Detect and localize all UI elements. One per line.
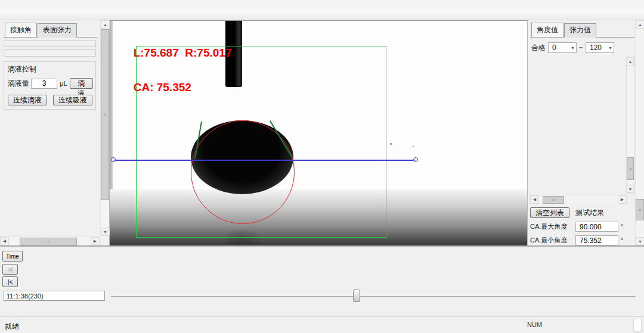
chevron-down-icon: ▼ — [608, 46, 612, 50]
left-panel-tabs: 接触角 表面张力 — [5, 23, 97, 37]
qualified-label: 合格 — [531, 43, 546, 53]
degree-unit: ° — [621, 223, 623, 230]
material-info-group — [4, 49, 96, 57]
drop-volume-label: 滴液量 — [8, 79, 31, 89]
left-vscroll-thumb[interactable]: ≡ — [101, 29, 109, 200]
max-angle-combo[interactable]: 120 ▼ — [586, 42, 614, 53]
table-scroll-down-icon[interactable]: ▼ — [627, 185, 634, 193]
drop-volume-input[interactable] — [31, 79, 57, 89]
num-lock-indicator: NUM — [527, 321, 542, 328]
table-scroll-right-icon[interactable]: ▶ — [618, 195, 627, 204]
scroll-left-arrow-icon[interactable]: ◀ — [0, 237, 9, 245]
degree-unit: ° — [621, 237, 623, 244]
scroll-down-arrow-icon[interactable]: ▼ — [101, 228, 110, 236]
left-panel-content: 接触角 表面张力 滴液控制 滴液量 μL 滴液 连续滴液 连续吸液 — [0, 20, 98, 236]
baseline-left-handle[interactable] — [111, 157, 116, 162]
left-parameters-panel: 接触角 表面张力 滴液控制 滴液量 μL 滴液 连续滴液 连续吸液 — [0, 20, 110, 245]
chevron-down-icon: ▼ — [571, 46, 575, 50]
left-tab-body: 滴液控制 滴液量 μL 滴液 连续滴液 连续吸液 — [4, 37, 97, 110]
tab-angle-values[interactable]: 角度值 — [531, 23, 564, 37]
menu-bar — [0, 0, 644, 8]
last-frame-button[interactable]: >| — [2, 264, 18, 275]
tab-contact-angle[interactable]: 接触角 — [5, 23, 37, 37]
ca-max-label: CA.最大角度 — [530, 222, 573, 231]
frame-filmstrip: Time >| |< 11:1:38(230) — [0, 245, 644, 316]
tab-surface-tension[interactable]: 表面张力 — [38, 23, 77, 38]
min-angle-combo[interactable]: 0 ▼ — [548, 42, 577, 53]
time-mode-button[interactable]: Time — [2, 251, 23, 262]
drop-volume-unit: μL — [60, 80, 67, 87]
ca-value: CA: 75.352 — [134, 81, 191, 94]
max-angle-value: 120 — [590, 43, 602, 52]
camera-view[interactable]: L:75.687 R:75.017 CA: 75.352 — [110, 20, 527, 245]
first-frame-button[interactable]: |< — [2, 276, 18, 287]
toolbar — [0, 8, 644, 20]
baseline-line[interactable] — [113, 160, 416, 161]
right-angle-value: R:75.017 — [185, 46, 231, 59]
angle-results-table — [530, 57, 626, 194]
right-results-panel: 角度值 张力值 合格 0 ▼ ~ 120 ▼ — [527, 20, 644, 245]
status-bar: 就绪 NUM — [0, 316, 644, 333]
left-hscroll-thumb[interactable]: ≡ — [20, 238, 77, 245]
tilde-label: ~ — [579, 43, 583, 52]
table-hscroll-thumb[interactable]: ≡ — [543, 196, 564, 204]
left-panel-vscrollbar[interactable]: ▲ ≡ ▼ — [100, 20, 109, 236]
scroll-up-arrow-icon[interactable]: ▲ — [101, 20, 110, 29]
table-vscrollbar[interactable]: ▲ ≡ ▼ — [626, 57, 634, 194]
scroll-down-arrow-icon[interactable]: ▼ — [636, 237, 644, 245]
timestamp-display: 11:1:38(230) — [4, 291, 105, 301]
ime-toolbar — [633, 319, 642, 332]
baseline-right-handle[interactable] — [413, 157, 418, 162]
min-angle-value: 0 — [552, 43, 556, 52]
right-panel-vscrollbar[interactable]: ▲ ≡ ▼ — [635, 20, 644, 245]
tab-tension-values[interactable]: 张力值 — [564, 23, 596, 38]
table-vscroll-thumb[interactable]: ≡ — [627, 157, 634, 180]
drop-control-title: 滴液控制 — [8, 64, 93, 74]
table-hscrollbar[interactable]: ◀ ≡ ▶ — [530, 195, 627, 204]
clear-list-button[interactable]: 清空列表 — [530, 207, 569, 218]
right-panel-content: 角度值 张力值 合格 0 ▼ ~ 120 ▼ — [530, 23, 634, 245]
drop-button[interactable]: 滴液 — [70, 78, 93, 89]
frame-slider-track[interactable] — [111, 296, 636, 297]
continuous-suck-button[interactable]: 连续吸液 — [53, 95, 92, 105]
scroll-right-arrow-icon[interactable]: ▶ — [91, 237, 100, 245]
ca-min-label: CA.最小角度 — [530, 236, 573, 245]
right-vscroll-thumb[interactable]: ≡ — [636, 199, 644, 220]
drop-control-group: 滴液控制 滴液量 μL 滴液 连续滴液 连续吸液 — [4, 61, 96, 110]
angle-readings: L:75.687 R:75.017 CA: 75.352 — [114, 27, 231, 113]
right-tab-body: 合格 0 ▼ ~ 120 ▼ — [530, 37, 634, 245]
table-scroll-up-icon[interactable]: ▲ — [627, 57, 634, 66]
table-scroll-left-icon[interactable]: ◀ — [530, 195, 539, 204]
continuous-drop-button[interactable]: 连续滴液 — [8, 95, 47, 105]
test-results-label: 测试结果 — [575, 208, 604, 218]
ca-min-input[interactable] — [575, 235, 618, 245]
left-angle-value: L:75.687 — [134, 46, 179, 59]
sample-info-group — [4, 40, 96, 47]
right-panel-tabs: 角度值 张力值 — [531, 23, 634, 37]
ca-max-input[interactable] — [575, 222, 618, 232]
frame-slider-thumb[interactable] — [353, 290, 360, 302]
status-ready-label: 就绪 — [5, 322, 19, 332]
main-row: 接触角 表面张力 滴液控制 滴液量 μL 滴液 连续滴液 连续吸液 — [0, 20, 644, 245]
qualified-range-row: 合格 0 ▼ ~ 120 ▼ — [531, 42, 634, 53]
scroll-up-arrow-icon[interactable]: ▲ — [636, 20, 644, 29]
left-panel-hscrollbar[interactable]: ◀ ≡ ▶ — [0, 236, 100, 245]
